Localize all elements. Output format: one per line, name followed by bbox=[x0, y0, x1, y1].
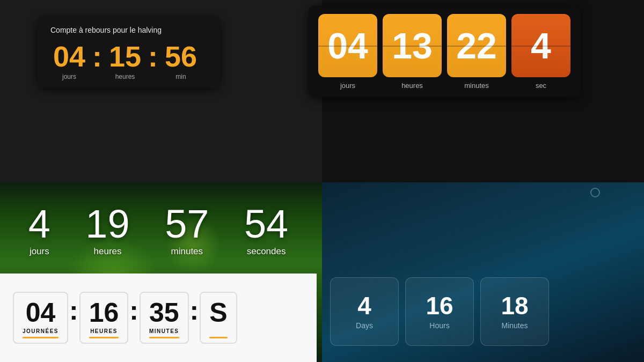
w2-flip-seconds: 4 bbox=[511, 14, 570, 77]
w1-minutes-label: min bbox=[175, 73, 186, 80]
w2-card-1: 13 heures bbox=[383, 14, 442, 90]
w4-days-bar bbox=[23, 337, 58, 338]
w2-days-value: 04 bbox=[327, 25, 368, 67]
w2-minutes-label: minutes bbox=[464, 82, 489, 90]
w1-colon1: : bbox=[92, 42, 102, 71]
w3-minutes-label: minutes bbox=[171, 246, 203, 257]
w5-minutes-value: 18 bbox=[501, 293, 528, 318]
w3-days-label: jours bbox=[30, 246, 49, 257]
w4-colon3: : bbox=[189, 295, 200, 341]
w2-days-label: jours bbox=[340, 82, 355, 90]
w3-days-unit: 4 jours bbox=[28, 204, 50, 257]
widget-french-countdown-dark: Compte à rebours pour le halving 04 jour… bbox=[38, 16, 220, 88]
w3-minutes-value: 57 bbox=[165, 204, 209, 244]
w2-minutes-value: 22 bbox=[456, 25, 497, 67]
widget-flip-cards: 04 jours 13 heures 22 minutes 4 sec bbox=[309, 5, 580, 97]
w5-days-value: 4 bbox=[357, 293, 371, 318]
w3-hours-label: heures bbox=[94, 246, 122, 257]
w4-hours-bar bbox=[89, 337, 119, 338]
widget-white-cards: 04 JOURNÉES : 16 HEURES : 35 MINUTES : S bbox=[0, 274, 317, 362]
w2-hours-label: heures bbox=[401, 82, 423, 90]
w4-colon2: : bbox=[128, 295, 140, 341]
w2-card-3: 4 sec bbox=[511, 14, 570, 90]
widget-teal-cards: 4 Days 16 Hours 18 Minutes bbox=[330, 277, 549, 346]
teal-indicator-dot bbox=[590, 188, 600, 197]
w4-minutes-bar bbox=[149, 337, 179, 338]
widget1-row: 04 jours : 15 heures : 56 min bbox=[50, 42, 205, 80]
w4-seconds-unit: S bbox=[200, 292, 237, 344]
w4-seconds-bar bbox=[209, 337, 227, 338]
w4-minutes-value: 35 bbox=[149, 299, 179, 326]
w2-flip-hours: 13 bbox=[383, 14, 442, 77]
main-container: Compte à rebours pour le halving 04 jour… bbox=[0, 0, 644, 362]
w1-days-label: jours bbox=[62, 73, 76, 80]
w4-hours-label: HEURES bbox=[90, 328, 118, 334]
w4-minutes-label: MINUTES bbox=[149, 328, 179, 334]
w2-card-0: 04 jours bbox=[318, 14, 377, 90]
w3-seconds-label: secondes bbox=[247, 246, 286, 257]
w4-days-value: 04 bbox=[26, 299, 56, 326]
w5-minutes-label: Minutes bbox=[501, 321, 528, 330]
w1-days-unit: 04 jours bbox=[50, 42, 88, 80]
w1-hours-label: heures bbox=[115, 73, 135, 80]
w3-hours-value: 19 bbox=[85, 204, 129, 244]
w1-hours-unit: 15 heures bbox=[106, 42, 144, 80]
w1-minutes-unit: 56 min bbox=[162, 42, 200, 80]
w3-seconds-unit: 54 secondes bbox=[244, 204, 288, 257]
w4-days-label: JOURNÉES bbox=[23, 328, 58, 334]
w4-colon1: : bbox=[68, 295, 79, 341]
w5-minutes-card: 18 Minutes bbox=[480, 277, 549, 346]
w5-days-card: 4 Days bbox=[330, 277, 399, 346]
w4-minutes-unit: 35 MINUTES bbox=[140, 292, 189, 344]
w3-minutes-unit: 57 minutes bbox=[165, 204, 209, 257]
w4-seconds-label bbox=[217, 328, 219, 334]
w5-hours-value: 16 bbox=[426, 293, 453, 318]
w1-days-value: 04 bbox=[50, 42, 88, 71]
w3-days-value: 4 bbox=[28, 204, 50, 244]
w4-days-unit: 04 JOURNÉES bbox=[13, 292, 68, 344]
w3-hours-unit: 19 heures bbox=[85, 204, 129, 257]
w1-minutes-value: 56 bbox=[162, 42, 200, 71]
widget-large-numbers-green: 4 jours 19 heures 57 minutes 54 secondes bbox=[0, 177, 317, 284]
w3-seconds-value: 54 bbox=[244, 204, 288, 244]
w2-seconds-value: 4 bbox=[531, 25, 551, 67]
w2-card-2: 22 minutes bbox=[447, 14, 506, 90]
w2-hours-value: 13 bbox=[392, 25, 433, 67]
w1-colon2: : bbox=[148, 42, 158, 71]
w1-hours-value: 15 bbox=[106, 42, 144, 71]
w2-seconds-label: sec bbox=[536, 82, 546, 90]
w5-hours-card: 16 Hours bbox=[405, 277, 474, 346]
w5-days-label: Days bbox=[356, 321, 373, 330]
widget1-title: Compte à rebours pour le halving bbox=[50, 26, 205, 34]
w2-flip-days: 04 bbox=[318, 14, 377, 77]
w4-hours-unit: 16 HEURES bbox=[79, 292, 129, 344]
w2-flip-minutes: 22 bbox=[447, 14, 506, 77]
w4-seconds-value: S bbox=[209, 299, 227, 326]
w4-hours-value: 16 bbox=[89, 299, 119, 326]
w5-hours-label: Hours bbox=[429, 321, 449, 330]
